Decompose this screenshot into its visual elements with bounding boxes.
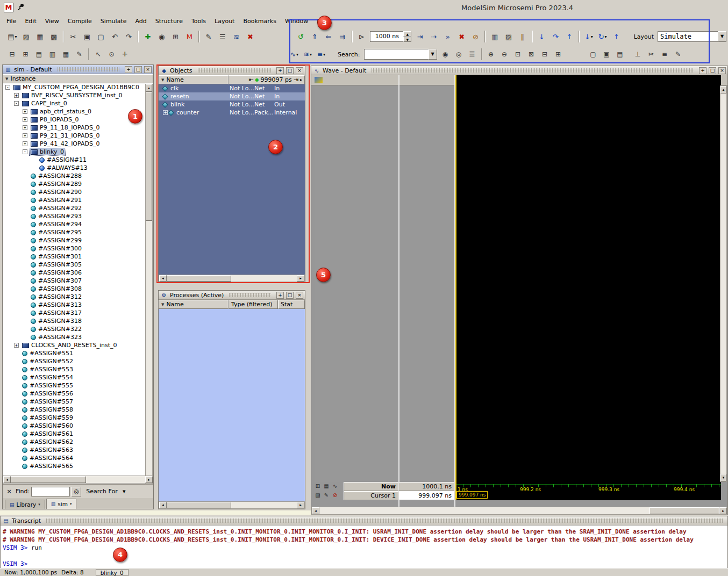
find-go-button[interactable]: ◎: [72, 487, 81, 496]
compile-button[interactable]: ✎: [202, 30, 215, 43]
find-input[interactable]: [31, 487, 70, 496]
layout-combo[interactable]: Simulate▼: [658, 31, 726, 42]
tree-item-blinky-0[interactable]: -blinky_0: [3, 148, 146, 156]
tree-item--assign-555[interactable]: #ASSIGN#555: [3, 381, 146, 390]
tree-item-p9-21-31-iopads-0[interactable]: +P9_21_31_IOPADS_0: [3, 132, 146, 140]
edit-cursor-icon[interactable]: ✎: [322, 491, 331, 499]
tree-item--assign-300[interactable]: #ASSIGN#300: [3, 244, 146, 253]
cursor-time-box[interactable]: 999.097 ns: [456, 491, 488, 499]
stop-button[interactable]: ⊘: [469, 30, 482, 43]
zoom-last-button[interactable]: ⊠: [525, 49, 538, 60]
add-selected-to-wave-button[interactable]: ∿▾: [288, 49, 301, 60]
environment-back-button[interactable]: ⇐: [322, 30, 335, 43]
tree-item--assign-289[interactable]: #ASSIGN#289: [3, 180, 146, 188]
tree-item--assign-299[interactable]: #ASSIGN#299: [3, 236, 146, 244]
objects-horizontal-scrollbar[interactable]: ◂ ▸: [159, 275, 305, 282]
time-right-icon[interactable]: ⇥: [294, 76, 298, 83]
spinner-down-icon[interactable]: ▼: [403, 37, 411, 42]
object-row-counter[interactable]: +counterNot Lo...Pack...Internal: [159, 109, 305, 117]
find-close-icon[interactable]: ×: [4, 487, 14, 496]
run-length-button[interactable]: ⊳: [355, 30, 368, 43]
step-over-button[interactable]: ↷: [549, 30, 562, 43]
tree-item-my-custom-fpga-design-ad1bb9c0[interactable]: -MY_CUSTOM_FPGA_DESIGN_AD1BB9C0: [3, 83, 146, 91]
arrange-icons-button[interactable]: ▤: [614, 49, 626, 60]
tree-item--assign-553[interactable]: #ASSIGN#553: [3, 365, 146, 373]
tree-item--assign-317[interactable]: #ASSIGN#317: [3, 309, 146, 317]
transcript-titlebar[interactable]: ▤ Transcript: [1, 516, 727, 525]
instance-column-header[interactable]: ▼ Instance: [3, 74, 153, 83]
search-dropdown-icon[interactable]: ▼: [429, 49, 437, 60]
restart-button[interactable]: ↺: [294, 30, 307, 43]
objects-list[interactable]: clkNot Lo...NetInresetnNot Lo...NetInbli…: [159, 84, 305, 275]
select-mode-button[interactable]: ↖: [92, 49, 104, 60]
tree-item--assign-322[interactable]: #ASSIGN#322: [3, 325, 146, 333]
continue-current-button[interactable]: ↻▾: [596, 30, 609, 43]
scroll-thumb[interactable]: [11, 476, 86, 483]
cut-signal-button[interactable]: ✂: [645, 49, 658, 60]
scroll-down-button[interactable]: ▾: [720, 474, 726, 481]
tree-item--assign-563[interactable]: #ASSIGN#563: [3, 446, 146, 454]
tree-item-clocks-and-resets-inst-0[interactable]: +CLOCKS_AND_RESETS_inst_0: [3, 341, 146, 349]
show-nets-button[interactable]: ▥: [46, 49, 59, 60]
scroll-right-button[interactable]: ▸: [145, 476, 153, 483]
search-for-dropdown-icon[interactable]: ▾: [119, 487, 129, 496]
tree-item--assign-306[interactable]: #ASSIGN#306: [3, 269, 146, 277]
scroll-thumb[interactable]: [167, 275, 231, 282]
menu-item-edit[interactable]: Edit: [20, 17, 40, 26]
tree-item--assign-291[interactable]: #ASSIGN#291: [3, 196, 146, 204]
status-context[interactable]: blinky_0: [96, 569, 129, 576]
tree-item--assign-560[interactable]: #ASSIGN#560: [3, 422, 146, 430]
scroll-thumb[interactable]: [146, 92, 152, 221]
zoom-full-button[interactable]: ⊡: [512, 49, 524, 60]
sim-panel-titlebar[interactable]: ▥ sim - Default + □ ×: [3, 65, 153, 74]
open-button[interactable]: ▨: [20, 30, 33, 43]
wave-vertical-scrollbar[interactable]: ▴ ▾: [720, 85, 727, 482]
wave-names-column[interactable]: [315, 85, 398, 482]
zoom-in-button[interactable]: ⊕: [485, 49, 497, 60]
find-options-button[interactable]: ☰: [466, 49, 479, 60]
tree-item--assign-564[interactable]: #ASSIGN#564: [3, 454, 146, 462]
sim-horizontal-scrollbar[interactable]: ◂ ▸: [3, 476, 153, 484]
tree-item--assign-558[interactable]: #ASSIGN#558: [3, 406, 146, 414]
scroll-right-button[interactable]: ▸: [719, 507, 727, 514]
dropdown-arrow-icon[interactable]: ▾: [591, 34, 593, 39]
sim-panel-undock-button[interactable]: □: [134, 66, 142, 73]
processes-panel-undock-button[interactable]: □: [286, 292, 294, 299]
dropdown-arrow-icon[interactable]: ▾: [296, 52, 298, 57]
tree-item--assign-308[interactable]: #ASSIGN#308: [3, 285, 146, 293]
tree-item--assign-561[interactable]: #ASSIGN#561: [3, 430, 146, 438]
tab-dropdown-icon[interactable]: ▾: [70, 502, 72, 506]
search-for-button[interactable]: Search For: [86, 488, 117, 495]
redo-button[interactable]: ↷: [122, 30, 135, 43]
scroll-thumb[interactable]: [167, 502, 231, 508]
tree-item--assign-562[interactable]: #ASSIGN#562: [3, 438, 146, 446]
environment-forward-button[interactable]: ⇉: [336, 30, 349, 43]
pin-icon[interactable]: [17, 3, 25, 13]
tree-item--assign-292[interactable]: #ASSIGN#292: [3, 204, 146, 212]
filter-icon[interactable]: ▼: [161, 303, 164, 307]
scroll-left-button[interactable]: ◂: [159, 275, 167, 282]
tab-dropdown-icon[interactable]: ▾: [38, 502, 40, 507]
transcript-drag-handle[interactable]: [46, 519, 723, 523]
tree-item--assign-323[interactable]: #ASSIGN#323: [3, 333, 146, 341]
find-next-button[interactable]: ◉: [439, 49, 452, 60]
tree-item-p9-41-42-iopads-0[interactable]: +P9_41_42_IOPADS_0: [3, 140, 146, 148]
wave-canvas[interactable]: [455, 85, 721, 482]
compile-all-button[interactable]: ☰: [216, 30, 229, 43]
wave-panel-titlebar[interactable]: ∿ Wave - Default + □ ×: [311, 66, 727, 75]
tree-item--assign-559[interactable]: #ASSIGN#559: [3, 414, 146, 422]
menu-item-structure[interactable]: Structure: [151, 17, 187, 26]
remove-cursor-icon[interactable]: ⊘: [331, 491, 339, 499]
step-current-button[interactable]: ↓▾: [582, 30, 595, 43]
wave-horizontal-scrollbar[interactable]: ◂ ▸: [311, 507, 727, 515]
scroll-up-button[interactable]: ▴: [720, 86, 726, 93]
collapse-icon[interactable]: -: [14, 101, 19, 106]
wave-icon[interactable]: ∿: [331, 482, 339, 490]
expand-columns-button[interactable]: ⊞: [169, 30, 182, 43]
cascade-windows-button[interactable]: ▣: [601, 49, 613, 60]
processes-panel-add-button[interactable]: +: [276, 292, 284, 299]
collapse-icon[interactable]: -: [23, 149, 27, 154]
run-time-value[interactable]: 1000 ns: [370, 31, 403, 42]
collapse-icon[interactable]: -: [5, 85, 10, 90]
tree-item-apb-ctrl-status-0[interactable]: +apb_ctrl_status_0: [3, 107, 146, 116]
